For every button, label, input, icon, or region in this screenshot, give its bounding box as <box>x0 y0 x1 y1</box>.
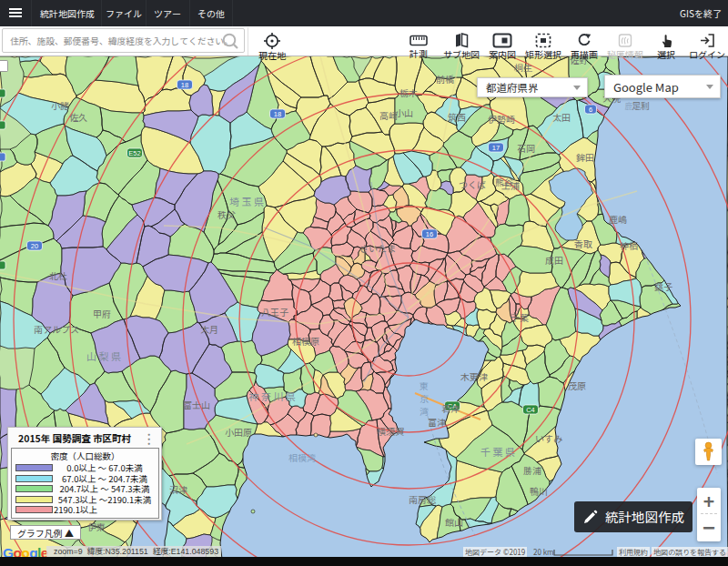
svg-text:千 葉 県: 千 葉 県 <box>480 444 515 459</box>
svg-text:桐生: 桐生 <box>513 60 532 74</box>
svg-text:八王子: 八王子 <box>261 305 288 318</box>
svg-text:館山: 館山 <box>445 515 463 529</box>
svg-text:山 梨 県: 山 梨 県 <box>86 349 121 363</box>
svg-text:木更津: 木更津 <box>460 369 488 383</box>
svg-text:茂原: 茂原 <box>568 379 586 392</box>
svg-text:鉾田: 鉾田 <box>576 150 594 164</box>
svg-text:相模原: 相模原 <box>292 334 319 348</box>
svg-text:神栖: 神栖 <box>620 238 638 252</box>
svg-text:18: 18 <box>181 81 188 89</box>
svg-text:銚子: 銚子 <box>654 279 672 293</box>
svg-text:富津: 富津 <box>428 415 446 429</box>
svg-text:小諸: 小諸 <box>51 98 69 112</box>
svg-text:富士山: 富士山 <box>183 398 210 411</box>
svg-text:湾: 湾 <box>420 404 429 418</box>
svg-text:埼 玉 県: 埼 玉 県 <box>229 194 264 208</box>
svg-text:横須賀: 横須賀 <box>377 424 404 438</box>
svg-text:E52: E52 <box>128 149 140 157</box>
svg-text:相模湾: 相模湾 <box>288 450 316 464</box>
svg-text:鹿嶋: 鹿嶋 <box>609 212 627 226</box>
svg-text:栃木: 栃木 <box>399 86 418 99</box>
svg-text:鹿島灘: 鹿島灘 <box>624 100 649 112</box>
svg-text:18: 18 <box>274 110 281 118</box>
svg-text:北杜: 北杜 <box>49 268 67 282</box>
svg-text:20: 20 <box>31 242 38 250</box>
svg-text:神 奈 川 県: 神 奈 川 県 <box>248 389 295 403</box>
svg-text:太田: 太田 <box>552 110 571 124</box>
svg-text:東: 東 <box>420 379 429 392</box>
svg-text:南アルプス: 南アルプス <box>34 322 79 336</box>
svg-text:さいたま: さいたま <box>359 241 396 255</box>
svg-text:C4: C4 <box>526 406 535 414</box>
svg-text:筑西: 筑西 <box>448 110 466 124</box>
svg-text:成田: 成田 <box>545 253 563 267</box>
svg-text:甲府: 甲府 <box>93 307 111 320</box>
svg-text:香取: 香取 <box>574 237 592 250</box>
svg-text:伊東: 伊東 <box>87 520 106 533</box>
svg-text:いすみ: いすみ <box>535 431 562 445</box>
svg-text:秩父: 秩父 <box>217 207 236 221</box>
svg-text:小山: 小山 <box>395 106 413 119</box>
svg-text:佐久: 佐久 <box>69 110 87 124</box>
svg-text:千葉: 千葉 <box>511 310 529 324</box>
svg-text:勝浦: 勝浦 <box>523 463 541 477</box>
svg-text:沼津: 沼津 <box>169 482 187 496</box>
svg-text:6: 6 <box>589 106 592 114</box>
svg-text:伊勢崎: 伊勢崎 <box>488 112 515 126</box>
svg-text:熊谷: 熊谷 <box>495 175 513 188</box>
svg-text:京: 京 <box>420 391 429 405</box>
svg-text:前橋: 前橋 <box>436 72 454 86</box>
svg-text:小田原: 小田原 <box>225 425 252 439</box>
svg-text:南房総: 南房総 <box>409 492 436 506</box>
svg-text:君津: 君津 <box>441 401 460 415</box>
svg-text:17: 17 <box>492 144 500 152</box>
svg-text:つくば: つくば <box>459 177 486 191</box>
svg-text:石岡: 石岡 <box>517 141 535 155</box>
svg-text:大月: 大月 <box>200 322 218 336</box>
svg-text:鴨川: 鴨川 <box>530 484 548 498</box>
svg-text:16: 16 <box>426 230 433 238</box>
